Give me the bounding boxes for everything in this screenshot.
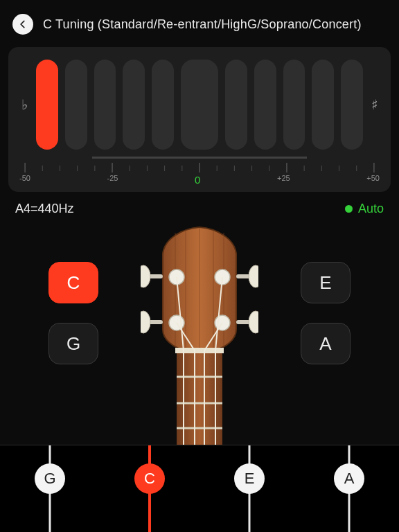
meter-bar [152, 60, 174, 150]
tuner-meter-card: ♭ ♯ [8, 47, 391, 192]
meter-bar [36, 60, 58, 150]
meter-bar [225, 60, 247, 150]
note-label: G [66, 333, 80, 355]
svg-point-33 [141, 311, 150, 333]
strip-string-a[interactable]: A [299, 445, 399, 532]
flat-icon: ♭ [18, 96, 30, 113]
string-note-c: C [134, 463, 165, 494]
meter-bar [65, 60, 87, 150]
ukulele-headstock-icon [141, 226, 258, 454]
note-label: G [44, 470, 55, 488]
tuner-meter: ♭ ♯ [18, 60, 381, 150]
scale-ticks-icon [18, 161, 381, 175]
meter-bar [123, 60, 145, 150]
string-note-e: E [234, 463, 265, 494]
string-button-a[interactable]: A [301, 323, 351, 364]
note-label: C [67, 272, 80, 294]
string-button-c[interactable]: C [48, 262, 98, 303]
header: C Tuning (Standard/Re-entrant/HighG/Sopr… [0, 0, 399, 43]
svg-point-31 [141, 265, 150, 287]
string-button-e[interactable]: E [301, 262, 351, 303]
meter-bar [341, 60, 363, 150]
cents-scale: -50 -25 0 +25 +50 [18, 161, 381, 185]
string-strip: G C E A [0, 445, 399, 532]
note-label: A [319, 333, 331, 355]
scale-label-min: -50 [19, 174, 30, 186]
svg-point-37 [249, 311, 258, 333]
scale-label-q1: -25 [107, 174, 118, 186]
meter-bar-center [181, 60, 218, 150]
string-button-g[interactable]: G [48, 323, 98, 364]
auto-toggle[interactable]: Auto [345, 202, 384, 216]
strip-string-g[interactable]: G [0, 445, 100, 532]
meter-bar [254, 60, 276, 150]
sharp-icon: ♯ [369, 96, 381, 113]
meter-bar [283, 60, 305, 150]
back-button[interactable] [12, 14, 33, 35]
chevron-left-icon [18, 19, 28, 29]
meter-track [92, 157, 307, 159]
strip-string-e[interactable]: E [200, 445, 299, 532]
scale-label-zero: 0 [195, 174, 200, 186]
scale-label-max: +50 [366, 174, 380, 186]
meter-bars [36, 60, 363, 150]
auto-label: Auto [358, 202, 384, 216]
note-label: C [144, 470, 155, 488]
string-note-g: G [35, 463, 65, 494]
svg-point-35 [249, 265, 258, 287]
status-row: A4=440Hz Auto [0, 192, 399, 220]
meter-bar [312, 60, 334, 150]
meter-bar [94, 60, 116, 150]
reference-pitch: A4=440Hz [15, 202, 74, 216]
note-label: E [245, 470, 255, 488]
strip-string-c[interactable]: C [100, 445, 200, 532]
status-dot-icon [345, 205, 353, 213]
page-title: C Tuning (Standard/Re-entrant/HighG/Sopr… [43, 17, 362, 32]
string-note-a: A [334, 463, 364, 494]
instrument-area: C E G A [0, 226, 399, 454]
scale-labels: -50 -25 0 +25 +50 [18, 174, 381, 186]
note-label: A [344, 470, 355, 488]
svg-rect-39 [175, 348, 224, 353]
note-label: E [319, 272, 331, 294]
scale-label-q3: +25 [277, 174, 290, 186]
